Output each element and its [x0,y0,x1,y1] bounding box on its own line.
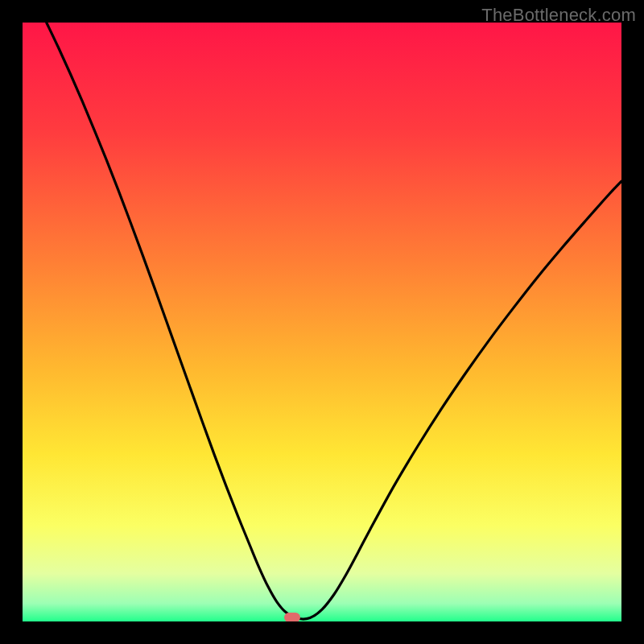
minimum-marker [284,613,300,621]
watermark: TheBottleneck.com [481,5,636,26]
bottleneck-curve [23,23,621,621]
plot-area [23,23,621,621]
chart-frame: TheBottleneck.com [0,0,644,644]
